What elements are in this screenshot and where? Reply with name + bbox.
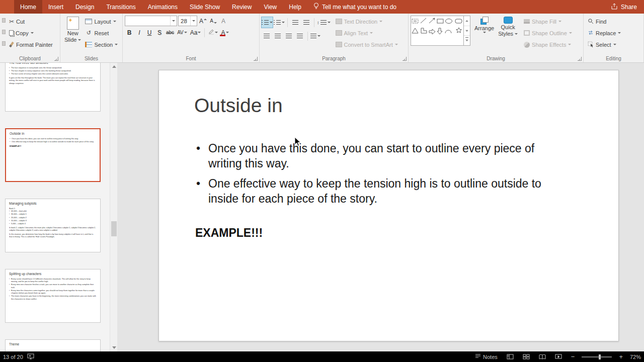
arrange-button[interactable]: Arrange [472, 15, 496, 54]
layout-label: Layout [94, 19, 111, 25]
ribbon-group-font: 28 A A A B I U S abc [123, 14, 260, 62]
tab-home[interactable]: Home [14, 0, 42, 14]
character-spacing-button[interactable]: AV [176, 27, 188, 38]
scrollbar-thumb[interactable] [111, 221, 117, 236]
shape-fill-button[interactable]: Shape Fill [522, 16, 574, 27]
tab-insert[interactable]: Insert [42, 0, 69, 14]
notes-button[interactable]: Notes [473, 351, 500, 362]
numbering-button[interactable] [274, 17, 285, 28]
tab-slide-show[interactable]: Slide Show [184, 0, 226, 14]
shapes-scroll-down-button[interactable] [464, 26, 470, 36]
shapes-gallery[interactable] [411, 16, 470, 46]
paste-button-partial[interactable] [2, 15, 7, 53]
strikethrough-button[interactable]: abc [165, 27, 175, 38]
text-direction-button[interactable]: Text Direction [334, 16, 400, 27]
quick-styles-label-row: Styles [498, 31, 518, 37]
zoom-slider-thumb[interactable] [599, 354, 601, 359]
zoom-in-button[interactable]: + [617, 351, 625, 362]
thumbnail-slide-16[interactable]: Theme [5, 339, 101, 351]
align-left-button[interactable] [262, 31, 272, 41]
decrease-font-size-button[interactable]: A [209, 16, 218, 26]
slide-show-view-button[interactable] [553, 351, 564, 362]
increase-indent-button[interactable] [301, 17, 311, 28]
thumbnail-slide-14[interactable]: Managing subplots Book 1: 40,000 – main … [5, 199, 101, 252]
align-center-button[interactable] [273, 31, 283, 41]
thumbnail-scrollbar[interactable] [110, 63, 117, 351]
columns-button[interactable] [310, 31, 320, 41]
thumbnail-slide-13-selected[interactable]: Outside in Once you have this done, you … [5, 128, 101, 182]
thumbnail-bullet: 40,000 – main plot [9, 210, 97, 212]
paragraph-dialog-launcher[interactable] [403, 57, 407, 61]
bullets-button[interactable] [262, 17, 273, 28]
scroll-up-button[interactable] [110, 63, 118, 70]
tab-animations[interactable]: Animations [142, 0, 184, 14]
slide-sorter-view-button[interactable] [521, 351, 532, 362]
cut-button[interactable]: ✂ Cut [7, 16, 55, 27]
section-button[interactable]: Section [83, 39, 120, 50]
clipboard-dialog-launcher[interactable] [54, 57, 58, 61]
normal-view-button[interactable] [505, 351, 516, 362]
font-color-button[interactable]: A [220, 27, 230, 38]
shape-format-column: Shape Fill Shape Outline Shape Effects [522, 15, 574, 50]
reading-view-button[interactable] [537, 351, 548, 362]
select-button[interactable]: Select [586, 39, 623, 50]
tab-review[interactable]: Review [226, 0, 258, 14]
thumbnail-slide-12[interactable]: The real three act structure The last se… [5, 63, 101, 112]
copy-button[interactable]: Copy [7, 28, 55, 38]
text-highlight-button[interactable] [207, 27, 219, 38]
layout-button[interactable]: Layout [83, 16, 120, 27]
smartart-caret [395, 44, 398, 45]
share-button[interactable]: Share [604, 0, 644, 14]
scroll-down-button[interactable] [110, 344, 118, 351]
font-color-bar [220, 35, 225, 36]
convert-smartart-button[interactable]: Convert to SmartArt [334, 39, 400, 50]
slide-title[interactable]: Outside in [194, 95, 283, 117]
underline-button[interactable]: U [145, 27, 154, 38]
increase-font-size-button[interactable]: A [198, 16, 208, 26]
shape-outline-button[interactable]: Shape Outline [522, 28, 574, 38]
new-slide-button[interactable]: New Slide [62, 15, 83, 54]
clear-formatting-button[interactable]: A [219, 16, 228, 26]
shape-effects-caret [568, 44, 571, 45]
drawing-dialog-launcher[interactable] [578, 57, 582, 61]
justify-button[interactable] [295, 31, 305, 41]
thumbnail-content: Splitting up characters Every scene shou… [6, 269, 100, 303]
align-text-button[interactable]: Align Text [334, 28, 400, 38]
shapes-more-button[interactable] [464, 36, 470, 45]
app-icon[interactable] [0, 0, 14, 14]
spell-check-status-icon[interactable] [27, 353, 35, 360]
tab-view[interactable]: View [258, 0, 283, 14]
replace-button[interactable]: Replace [586, 28, 623, 38]
font-name-combo[interactable] [125, 16, 177, 26]
italic-button[interactable]: I [135, 27, 144, 38]
zoom-slider[interactable] [582, 356, 612, 357]
current-slide[interactable]: Outside in Once you have this done, you … [158, 70, 619, 341]
decrease-indent-button[interactable] [290, 17, 300, 28]
format-painter-button[interactable]: Format Painter [7, 39, 55, 50]
find-button[interactable]: Find [586, 16, 623, 27]
text-shadow-button[interactable]: S [155, 27, 164, 38]
bold-button[interactable]: B [125, 27, 134, 38]
font-size-caret [192, 20, 195, 22]
font-row-1: 28 A A A [125, 15, 228, 27]
tab-design[interactable]: Design [69, 0, 100, 14]
zoom-out-button[interactable]: − [569, 351, 577, 362]
align-right-button[interactable] [284, 31, 294, 41]
new-slide-caret [78, 39, 81, 41]
slide-body[interactable]: Once you have this done, you can start t… [192, 141, 565, 240]
line-spacing-button[interactable]: ↕ [317, 17, 331, 28]
slide-bullet: One effective way to keep the tension hi… [192, 176, 565, 206]
zoom-level[interactable]: 72% [630, 354, 641, 360]
thumbnail-slide-15[interactable]: Splitting up characters Every scene shou… [5, 269, 101, 323]
change-case-button[interactable]: Aa [189, 27, 202, 38]
font-dialog-launcher[interactable] [254, 57, 258, 61]
justify-icon [297, 34, 303, 39]
shapes-scroll-up-button[interactable] [464, 16, 470, 26]
shape-effects-button[interactable]: Shape Effects [522, 39, 574, 50]
reset-button[interactable]: ↺ Reset [83, 28, 120, 38]
quick-styles-button[interactable]: Quick Styles [496, 15, 520, 54]
font-size-combo[interactable]: 28 [178, 16, 197, 26]
tab-help[interactable]: Help [283, 0, 307, 14]
tell-me-box[interactable]: Tell me what you want to do [307, 0, 403, 14]
tab-transitions[interactable]: Transitions [100, 0, 141, 14]
